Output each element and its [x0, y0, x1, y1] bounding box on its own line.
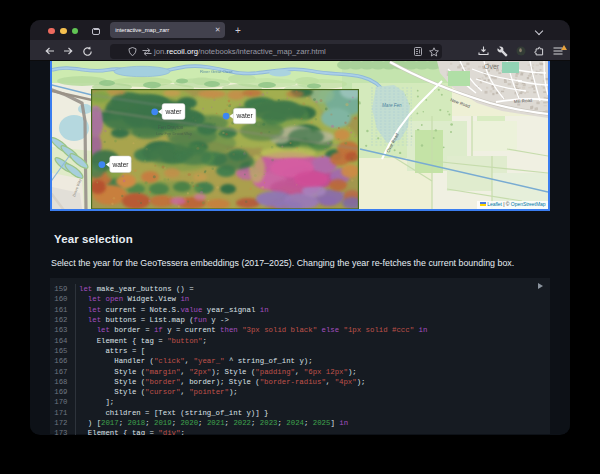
- svg-text:water: water: [111, 161, 129, 168]
- svg-text:Low Fen Drove Way: Low Fen Drove Way: [156, 131, 192, 136]
- svg-text:Mare Fen: Mare Fen: [382, 103, 402, 108]
- svg-text:Over: Over: [484, 63, 500, 70]
- svg-text:River Great Ouse: River Great Ouse: [200, 69, 233, 74]
- svg-text:water: water: [235, 112, 253, 119]
- svg-text:Fen Drayton: Fen Drayton: [158, 125, 184, 130]
- svg-text:water: water: [164, 108, 182, 115]
